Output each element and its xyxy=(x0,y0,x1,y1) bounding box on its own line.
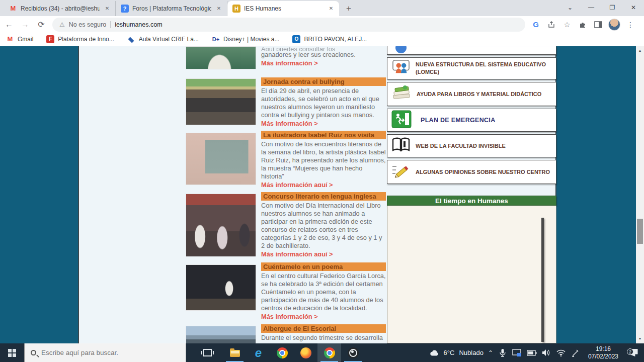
reload-button[interactable]: ⟳ xyxy=(34,18,48,32)
scrollbar-thumb[interactable] xyxy=(637,219,643,244)
clock-time: 19:16 xyxy=(588,345,618,353)
tab-ies-humanes[interactable]: H IES Humanes ✕ xyxy=(227,1,339,16)
bookmark-disney[interactable]: D+ Disney+ | Movies a... xyxy=(212,35,280,43)
bookmark-star-icon[interactable]: ☆ xyxy=(561,19,573,30)
more-info-link[interactable]: Más información > xyxy=(261,312,386,319)
sidebar-link-opiniones[interactable]: ALGUNAS OPINIONES SOBRE NUESTRO CENTRO xyxy=(387,160,556,184)
tab-close-icon[interactable]: ✕ xyxy=(215,5,223,13)
task-view-button[interactable] xyxy=(195,343,219,362)
sidebar-box-partial[interactable] xyxy=(387,46,556,55)
file-explorer-button[interactable] xyxy=(223,343,247,362)
article-photo[interactable] xyxy=(186,194,256,256)
more-info-link[interactable]: Más información > xyxy=(261,119,386,126)
article-body: Con motivo de los encuentros literarios … xyxy=(261,140,386,180)
weather-widget-scrollbar[interactable] xyxy=(541,218,544,342)
browser-menu-icon[interactable]: ⋮ xyxy=(625,19,636,30)
sidebar-link-plan-emergencia[interactable]: PLAN DE EMERGENCIA xyxy=(387,109,556,132)
sidebar-link-ayuda-libros[interactable]: AYUDA PARA LIBROS Y MATERIAL DIDÁCTICO xyxy=(387,82,556,106)
back-button[interactable]: ← xyxy=(2,18,16,32)
weather-widget-panel xyxy=(387,206,556,343)
emergency-exit-icon xyxy=(391,110,412,130)
more-info-link[interactable]: Más información aquí > xyxy=(261,250,386,256)
scroll-up-icon[interactable]: ▲ xyxy=(636,47,644,54)
bookmark-outlook[interactable]: O BRITO PAVON, ALEJ... xyxy=(292,35,367,43)
search-input[interactable] xyxy=(41,349,167,356)
chrome-button[interactable] xyxy=(270,343,294,362)
tray-chevron-icon[interactable]: ⌃ xyxy=(488,349,493,356)
cloud-weather-icon[interactable] xyxy=(429,348,439,357)
not-secure-warning-icon[interactable]: ⚠ xyxy=(59,21,65,28)
tab-close-icon[interactable]: ✕ xyxy=(327,5,335,13)
wifi-icon[interactable] xyxy=(556,349,566,356)
weather-temp[interactable]: 6°C xyxy=(444,349,455,356)
speaker-icon[interactable] xyxy=(541,349,551,356)
bookmark-label: BRITO PAVON, ALEJ... xyxy=(304,36,367,43)
news-article: Concurso literario en lengua inglesa Con… xyxy=(186,192,386,256)
firefox-button[interactable] xyxy=(294,343,317,362)
content-panel: Aquí puedes consultar los ganadores y le… xyxy=(78,46,556,343)
sidebar-link-label: NUEVA ESTRUCTURA DEL SISTEMA EDUCATIVO (… xyxy=(416,61,552,76)
page-scrollbar[interactable]: ▲ ▼ xyxy=(636,46,644,343)
bookmarks-bar: M Gmail F Plataforma de Inno... Aula Vir… xyxy=(0,33,644,46)
bookmark-aula-virtual[interactable]: Aula Virtual CRIF La... xyxy=(127,35,199,43)
weather-condition[interactable]: Nublado xyxy=(459,349,483,356)
taskbar-clock[interactable]: 19:16 07/02/2023 xyxy=(585,345,621,360)
side-panel-icon[interactable] xyxy=(593,19,604,30)
bookmark-plataforma[interactable]: F Plataforma de Inno... xyxy=(46,35,114,43)
sidebar-link-label: AYUDA PARA LIBROS Y MATERIAL DIDÁCTICO xyxy=(417,90,541,98)
minimize-button[interactable]: — xyxy=(581,0,602,15)
start-button[interactable] xyxy=(0,343,24,362)
more-info-link[interactable]: Más información aquí > xyxy=(261,180,386,187)
article-body: Con motivo del Día internacional del Lib… xyxy=(261,202,386,250)
news-article: Aquí puedes consultar los ganadores y le… xyxy=(186,46,386,73)
scroll-down-icon[interactable]: ▼ xyxy=(636,335,644,342)
bookmark-gmail[interactable]: M Gmail xyxy=(6,35,33,43)
clock-date: 07/02/2023 xyxy=(588,353,618,360)
battery-icon[interactable] xyxy=(527,350,537,356)
microphone-icon[interactable] xyxy=(498,348,508,357)
share-icon[interactable] xyxy=(546,19,557,30)
gmail-icon: M xyxy=(6,35,14,43)
internet-explorer-icon: e xyxy=(255,347,262,359)
ies-favicon-icon: H xyxy=(232,5,240,13)
taskbar-search[interactable] xyxy=(24,343,186,362)
partial-blue-icon xyxy=(395,46,407,53)
pen-icon[interactable] xyxy=(571,349,581,357)
tab-gmail[interactable]: M Recibidos (34) - abrito@ieshuma ✕ xyxy=(4,1,116,16)
more-info-link[interactable]: Más información > xyxy=(261,59,386,67)
browser-toolbar: ← → ⟳ ⚠ No es seguro ieshumanes.com G ☆ … xyxy=(0,16,644,33)
article-title[interactable]: Jornada contra el bullying xyxy=(261,77,386,86)
article-photo[interactable] xyxy=(186,133,256,185)
restore-button[interactable]: ❐ xyxy=(602,0,623,15)
windows-logo-icon xyxy=(8,349,16,357)
google-icon[interactable]: G xyxy=(530,19,541,30)
article-photo[interactable] xyxy=(186,78,256,125)
tab-title: Foros | Plataforma Tecnológica " xyxy=(132,5,211,12)
tab-close-icon[interactable]: ✕ xyxy=(103,5,111,13)
chrome-active-button[interactable] xyxy=(317,343,341,362)
article-photo[interactable] xyxy=(186,264,256,311)
article-photo[interactable] xyxy=(186,46,256,69)
sidebar-link-facultad-invisible[interactable]: WEB DE LA FACULTAD INVISIBLE xyxy=(387,134,556,157)
disney-icon: D+ xyxy=(212,35,220,43)
display-cast-icon[interactable] xyxy=(512,349,522,357)
article-title[interactable]: Cuéntamelo en un poema xyxy=(261,262,386,271)
task-view-icon xyxy=(203,349,212,356)
weather-widget-header: El tiempo en Humanes xyxy=(387,196,556,206)
new-tab-button[interactable]: + xyxy=(342,2,355,15)
article-title[interactable]: Albergue de El Escorial xyxy=(261,324,386,333)
close-button[interactable]: ✕ xyxy=(623,0,644,15)
tab-search-icon[interactable]: ⌄ xyxy=(559,0,581,15)
internet-explorer-button[interactable]: e xyxy=(247,343,270,362)
tab-title: Recibidos (34) - abrito@ieshuma xyxy=(21,5,100,12)
obs-button[interactable] xyxy=(341,343,365,362)
forward-button[interactable]: → xyxy=(18,18,32,32)
extensions-puzzle-icon[interactable] xyxy=(577,19,588,30)
profile-avatar[interactable] xyxy=(608,19,620,31)
article-title[interactable]: Concurso literario en lengua inglesa xyxy=(261,192,386,201)
notification-center-button[interactable]: 2 xyxy=(626,349,641,356)
sidebar-link-lomce[interactable]: NUEVA ESTRUCTURA DEL SISTEMA EDUCATIVO (… xyxy=(387,57,556,79)
address-bar[interactable]: ⚠ No es seguro ieshumanes.com xyxy=(52,18,525,32)
tab-foros[interactable]: ? Foros | Plataforma Tecnológica " ✕ xyxy=(116,1,227,16)
article-title[interactable]: La ilustradora Isabel Ruiz nos visita xyxy=(261,131,386,139)
